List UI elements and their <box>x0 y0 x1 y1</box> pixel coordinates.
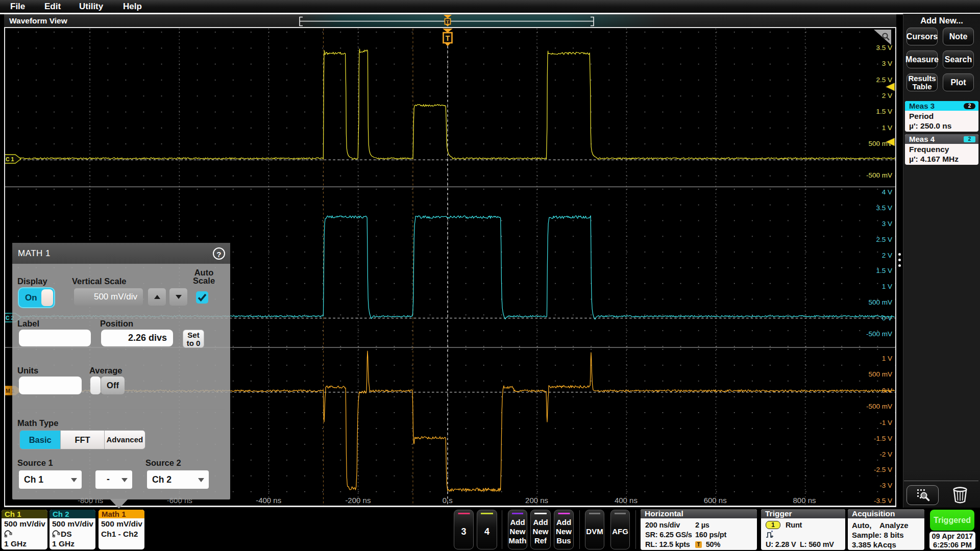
svg-text:600 ns: 600 ns <box>704 496 727 505</box>
svg-text:4 V: 4 V <box>882 188 892 196</box>
svg-text:0 s: 0 s <box>443 496 453 505</box>
svg-text:-3 V: -3 V <box>879 482 892 489</box>
svg-text:-500 mV: -500 mV <box>866 171 892 179</box>
svg-text:3.5 V: 3.5 V <box>876 204 892 212</box>
svg-text:-500 mV: -500 mV <box>866 403 892 410</box>
svg-text:500 mV: 500 mV <box>868 298 892 306</box>
svg-text:-1.5 V: -1.5 V <box>874 435 892 442</box>
svg-text:400 ns: 400 ns <box>615 496 638 505</box>
svg-text:0 V: 0 V <box>882 387 892 394</box>
svg-text:1.5 V: 1.5 V <box>876 108 892 115</box>
svg-text:2 V: 2 V <box>882 92 892 99</box>
svg-text:3.5 V: 3.5 V <box>876 44 892 52</box>
svg-text:T: T <box>446 19 449 24</box>
svg-text:T: T <box>446 34 450 42</box>
svg-text:200 ns: 200 ns <box>525 496 548 505</box>
svg-text:0 V: 0 V <box>882 314 892 322</box>
svg-text:-3.5 V: -3.5 V <box>874 497 892 505</box>
svg-text:C 1: C 1 <box>6 156 14 162</box>
svg-text:800 ns: 800 ns <box>793 496 816 505</box>
svg-text:-1 V: -1 V <box>879 419 892 427</box>
svg-text:1 V: 1 V <box>882 124 892 132</box>
svg-text:2.5 V: 2.5 V <box>876 236 892 243</box>
svg-text:1 V: 1 V <box>882 283 892 290</box>
svg-text:2.5 V: 2.5 V <box>876 76 892 84</box>
svg-text:-200 ns: -200 ns <box>345 496 371 505</box>
svg-text:500 mV: 500 mV <box>868 370 892 378</box>
svg-text:3 V: 3 V <box>882 60 892 67</box>
svg-text:-2 V: -2 V <box>879 450 892 458</box>
svg-text:2 V: 2 V <box>882 252 892 259</box>
svg-text:3 V: 3 V <box>882 220 892 228</box>
svg-text:1.5 V: 1.5 V <box>876 267 892 274</box>
svg-text:-2.5 V: -2.5 V <box>874 466 892 473</box>
svg-text:500 mV: 500 mV <box>868 140 892 147</box>
svg-text:-400 ns: -400 ns <box>256 496 281 505</box>
svg-text:-500 mV: -500 mV <box>866 330 892 338</box>
svg-text:1 V: 1 V <box>882 355 892 362</box>
